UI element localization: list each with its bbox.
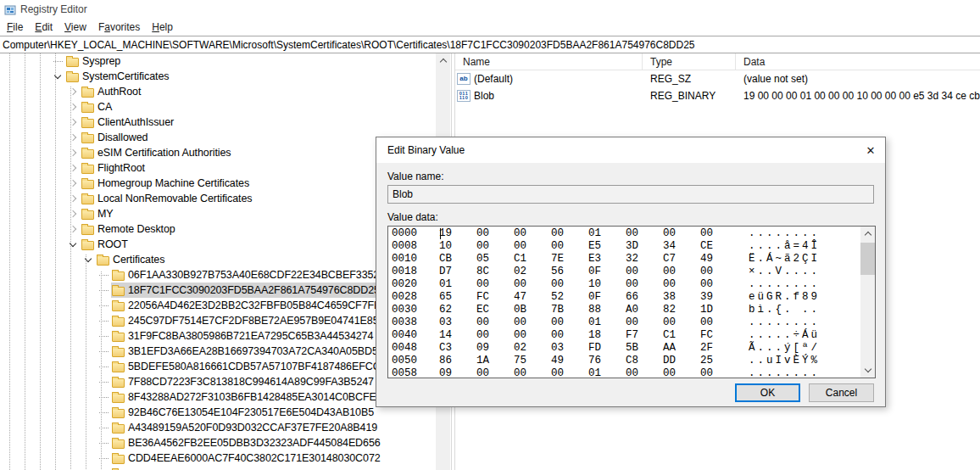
tree-item[interactable]: 8F43288AD272F3103B6FB1428485EA3014C0BCFE (0, 389, 436, 405)
tree-item[interactable]: MY (0, 206, 436, 221)
hex-byte[interactable]: 00 (551, 278, 588, 291)
hex-byte[interactable]: FD (588, 342, 626, 355)
hex-byte[interactable]: 32 (626, 253, 663, 266)
hex-byte[interactable]: 34 (663, 240, 700, 253)
hex-byte[interactable]: 00 (700, 316, 738, 329)
tree-item[interactable]: Local NonRemovable Certificates (0, 191, 436, 206)
hex-byte[interactable]: 00 (476, 329, 514, 342)
hex-byte[interactable]: DD (663, 355, 700, 367)
hex-byte[interactable]: A0 (626, 304, 663, 316)
hex-byte[interactable]: 05 (476, 253, 514, 266)
hex-row[interactable]: 0048C3090203FD5BAA2FÃ...ý[ª/ (388, 342, 860, 355)
hex-byte[interactable]: 00 (551, 227, 588, 240)
hex-byte[interactable]: 00 (626, 367, 663, 378)
tree-item[interactable]: AuthRoot (0, 84, 436, 99)
hex-byte[interactable]: 10 (588, 278, 626, 291)
menu-help[interactable]: Help (146, 20, 179, 35)
hex-row[interactable]: 002865FC47520F663839eüGR.f89 (388, 291, 860, 304)
hex-byte[interactable]: 86 (439, 355, 476, 367)
hex-row[interactable]: 003062EC0B7B88A0821Dbì.{. .. (388, 304, 860, 316)
hex-byte[interactable]: 52 (551, 291, 588, 304)
tree-item[interactable]: ClientAuthIssuer (0, 115, 436, 130)
hex-byte[interactable]: 00 (663, 367, 700, 378)
menu-file[interactable]: File (1, 20, 29, 35)
hex-byte[interactable]: 00 (626, 266, 663, 278)
hex-byte[interactable]: 02 (514, 266, 551, 278)
tree-item[interactable]: 3B1EFD3A66EA28B16697394703A72CA340A05BD5 (0, 344, 436, 359)
menu-edit[interactable]: Edit (29, 20, 58, 35)
dialog-titlebar[interactable]: Edit Binary Value ✕ (376, 137, 885, 163)
hex-byte[interactable]: 7B (551, 304, 588, 316)
tree-item[interactable]: 06F1AA330B927B753A40E68CDF22E34BCBEF3352 (0, 267, 436, 283)
value-data-hex-editor[interactable]: 00001900000001000000........000810000000… (387, 226, 876, 378)
hex-vertical-scrollbar[interactable] (860, 227, 875, 378)
hex-byte[interactable]: 56 (551, 266, 588, 278)
tree-item[interactable]: Sysprep (0, 53, 436, 69)
hex-byte[interactable]: 00 (476, 367, 514, 378)
hex-row[interactable]: 0050861A754976C8DD25..uIvÈÝ% (388, 355, 860, 367)
hex-byte[interactable]: 01 (588, 316, 626, 329)
hex-row[interactable]: 00001900000001000000........ (388, 227, 860, 240)
scroll-down-icon[interactable] (860, 363, 875, 378)
hex-row[interactable]: 00580900000001000000........ (388, 367, 860, 378)
chevron-down-icon[interactable] (70, 239, 76, 246)
tree-item[interactable]: SystemCertificates (0, 69, 436, 84)
hex-byte[interactable]: 7E (551, 253, 588, 266)
hex-byte[interactable]: 10 (439, 240, 476, 253)
hex-byte[interactable]: 00 (476, 240, 514, 253)
hex-row[interactable]: 00200100000010000000........ (388, 278, 860, 291)
hex-byte[interactable]: 00 (476, 227, 514, 240)
hex-byte[interactable]: 75 (514, 355, 551, 367)
hex-byte[interactable]: 1A (476, 355, 514, 367)
hex-byte[interactable]: 00 (476, 278, 514, 291)
tree-item[interactable]: 22056A4D462E3D2BB2C32FBFB05B84C4659CF7FE (0, 298, 436, 313)
hex-byte[interactable]: E5 (588, 240, 626, 253)
hex-byte[interactable]: 2F (700, 342, 738, 355)
tree-item[interactable]: Homegroup Machine Certificates (0, 176, 436, 191)
address-bar[interactable]: Computer\HKEY_LOCAL_MACHINE\SOFTWARE\Mic… (0, 36, 980, 53)
hex-byte[interactable]: 3D (626, 240, 663, 253)
value-row[interactable]: 011110BlobREG_BINARY19 00 00 00 01 00 00… (455, 87, 980, 104)
hex-byte[interactable]: 02 (514, 342, 551, 355)
scrollbar-thumb[interactable] (860, 243, 875, 275)
hex-byte[interactable]: 0F (588, 266, 626, 278)
hex-byte[interactable]: 49 (551, 355, 588, 367)
hex-row[interactable]: 000810000000E53D34CE....å=4Î (388, 240, 860, 253)
chevron-right-icon[interactable] (70, 104, 76, 110)
tree-item[interactable]: 245C97DF7514E7CF2DF8BE72AE957B9E04741E85 (0, 313, 436, 328)
value-row[interactable]: ab(Default)REG_SZ(value not set) (455, 70, 980, 87)
tree-item[interactable]: 5BDEFE580A816661CDB57A57107BF4187486EFCC (0, 359, 436, 374)
tree-item[interactable]: CA (0, 99, 436, 115)
hex-byte[interactable]: F7 (626, 329, 663, 342)
menu-favorites[interactable]: Favorites (92, 20, 146, 35)
hex-byte[interactable]: 09 (439, 367, 476, 378)
hex-byte[interactable]: 18 (588, 329, 626, 342)
chevron-right-icon[interactable] (70, 88, 76, 95)
hex-byte[interactable]: 01 (439, 278, 476, 291)
hex-byte[interactable]: 19 (439, 227, 476, 240)
hex-byte[interactable]: 76 (588, 355, 626, 367)
tree-item[interactable]: FlightRoot (0, 160, 436, 176)
hex-byte[interactable]: 00 (700, 227, 738, 240)
ok-button[interactable]: OK (735, 383, 800, 402)
hex-byte[interactable]: 00 (476, 316, 514, 329)
chevron-right-icon[interactable] (70, 210, 76, 217)
hex-byte[interactable]: 03 (551, 342, 588, 355)
hex-byte[interactable]: 49 (700, 253, 738, 266)
hex-byte[interactable]: CB (439, 253, 476, 266)
hex-row[interactable]: 00401400000018F7C1FC.....÷Áü (388, 329, 860, 342)
value-name-field[interactable]: Blob (387, 185, 874, 204)
hex-byte[interactable]: 09 (476, 342, 514, 355)
hex-byte[interactable]: FC (700, 329, 738, 342)
hex-byte[interactable]: 00 (663, 266, 700, 278)
hex-byte[interactable]: 01 (588, 227, 626, 240)
hex-byte[interactable]: C1 (514, 253, 551, 266)
hex-byte[interactable]: 00 (663, 278, 700, 291)
tree-item[interactable]: 31F9FC8BA3805986B721EA7295C65B3A44534274 (0, 328, 436, 344)
hex-byte[interactable]: 65 (439, 291, 476, 304)
hex-byte[interactable]: C1 (663, 329, 700, 342)
chevron-right-icon[interactable] (70, 134, 76, 141)
hex-byte[interactable]: C8 (626, 355, 663, 367)
hex-byte[interactable]: 1D (700, 304, 738, 316)
chevron-down-icon[interactable] (85, 255, 92, 261)
